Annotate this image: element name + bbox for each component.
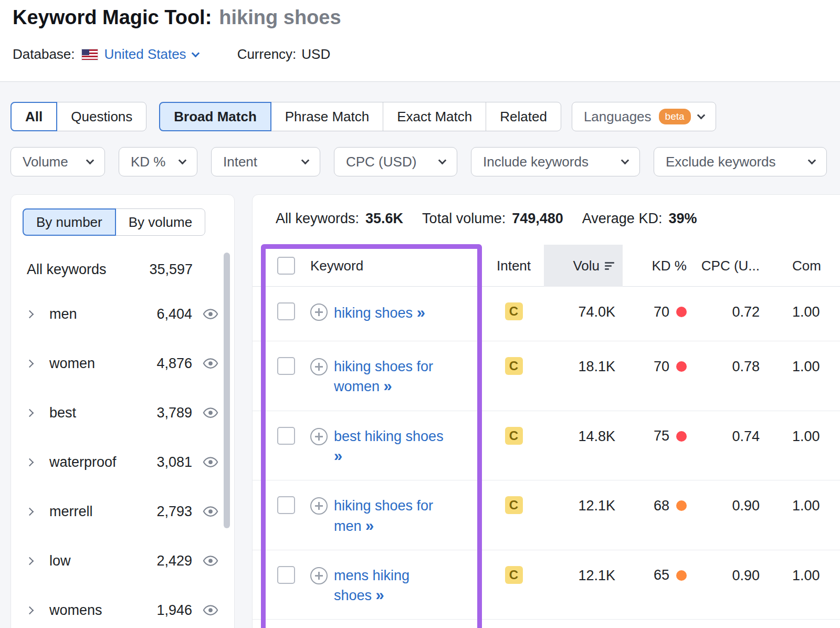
expand-chevron-icon[interactable] [26, 310, 34, 318]
chevron-down-icon [301, 156, 310, 165]
column-header-cpc[interactable]: CPC (U... [691, 258, 767, 274]
select-all-checkbox[interactable] [277, 257, 295, 275]
eye-icon[interactable] [203, 407, 218, 418]
tab-phrase-match[interactable]: Phrase Match [271, 102, 383, 131]
eye-icon[interactable] [203, 309, 218, 319]
tab-questions[interactable]: Questions [57, 102, 146, 131]
expand-chevron-icon[interactable] [26, 409, 34, 417]
group-count: 1,946 [156, 602, 192, 619]
filter-intent[interactable]: Intent [211, 147, 320, 176]
filters-bar: Volume KD % Intent CPC (USD) Include key… [10, 147, 827, 176]
all-keywords-row[interactable]: All keywords 35,597 [11, 249, 234, 289]
group-label: best [49, 405, 156, 421]
group-count: 6,404 [156, 306, 192, 322]
double-chevron-icon[interactable]: » [417, 304, 425, 321]
match-type-tabs: All Questions Broad Match Phrase Match E… [10, 102, 716, 131]
column-header-com[interactable]: Com [767, 258, 840, 274]
row-checkbox[interactable] [277, 566, 295, 584]
filter-intent-label: Intent [223, 154, 257, 170]
filter-include-label: Include keywords [483, 154, 589, 170]
filter-cpc[interactable]: CPC (USD) [334, 147, 457, 176]
keyword-group-row-waterproof[interactable]: waterproof 3,081 [11, 437, 234, 487]
keyword-group-row-best[interactable]: best 3,789 [11, 388, 234, 437]
eye-icon[interactable] [203, 556, 218, 566]
column-header-kd[interactable]: KD % [623, 258, 691, 274]
filter-include-keywords[interactable]: Include keywords [471, 147, 640, 176]
double-chevron-icon[interactable]: » [334, 447, 342, 464]
filter-volume[interactable]: Volume [10, 147, 105, 176]
tab-related[interactable]: Related [486, 102, 561, 131]
eye-icon[interactable] [203, 605, 218, 615]
all-keywords-count: 35,597 [149, 261, 193, 278]
intent-badge-commercial: C [505, 357, 523, 375]
filter-kd-label: KD % [131, 154, 165, 170]
plus-circle-icon[interactable] [310, 303, 328, 321]
volume-header-label: Volu [573, 258, 600, 274]
plus-circle-icon[interactable] [310, 358, 328, 375]
kd-difficulty-dot [676, 361, 687, 372]
keyword-group-row-womens[interactable]: womens 1,946 [11, 585, 234, 628]
languages-dropdown[interactable]: Languages beta [572, 102, 716, 131]
keyword-link[interactable]: best hiking shoes [334, 428, 444, 444]
sidebar-scrollbar[interactable] [224, 253, 230, 528]
filter-kd[interactable]: KD % [119, 147, 197, 176]
column-header-volume[interactable]: Volu [544, 245, 623, 287]
keyword-group-row-merrell[interactable]: merrell 2,793 [11, 487, 234, 536]
expand-chevron-icon[interactable] [26, 606, 34, 614]
kd-value: 75 [654, 428, 669, 444]
row-checkbox[interactable] [277, 427, 295, 445]
expand-chevron-icon[interactable] [26, 507, 34, 516]
filter-exclude-keywords[interactable]: Exclude keywords [654, 147, 827, 176]
row-checkbox[interactable] [277, 302, 295, 320]
summary-all-keywords-label: All keywords: [276, 211, 359, 227]
volume-value: 12.1K [544, 566, 623, 585]
chevron-down-icon [621, 156, 629, 165]
toggle-by-number[interactable]: By number [23, 208, 116, 236]
row-checkbox[interactable] [277, 496, 295, 514]
keyword-link[interactable]: hiking shoes [334, 305, 413, 321]
expand-chevron-icon[interactable] [26, 458, 34, 466]
table-row: hiking shoes for men » C 12.1K 68 0.90 1… [253, 480, 840, 550]
double-chevron-icon[interactable]: » [384, 378, 392, 394]
keyword-group-row-men[interactable]: men 6,404 [11, 289, 234, 339]
eye-icon[interactable] [203, 506, 218, 517]
eye-icon[interactable] [203, 457, 218, 467]
group-label: womens [49, 602, 156, 619]
plus-circle-icon[interactable] [310, 497, 328, 515]
keyword-link[interactable]: hiking shoes for men [334, 498, 433, 533]
beta-badge: beta [659, 109, 691, 124]
toggle-by-volume[interactable]: By volume [116, 208, 205, 236]
filter-cpc-label: CPC (USD) [346, 154, 416, 170]
kd-difficulty-dot [676, 431, 687, 442]
table-row: hiking shoes for women » C 18.1K 70 0.78… [253, 341, 840, 411]
group-count: 4,876 [156, 355, 192, 372]
double-chevron-icon[interactable]: » [365, 517, 374, 534]
group-count: 3,789 [156, 405, 192, 421]
keyword-group-row-women[interactable]: women 4,876 [11, 339, 234, 388]
kd-difficulty-dot [676, 500, 687, 511]
keyword-group-row-low[interactable]: low 2,429 [11, 536, 234, 585]
tab-exact-match[interactable]: Exact Match [383, 102, 486, 131]
tab-all[interactable]: All [10, 102, 57, 131]
table-row: hiking shoes » C 74.0K 70 0.72 1.00 [253, 287, 840, 341]
keywords-table-panel: All keywords: 35.6K Total volume: 749,48… [252, 194, 840, 628]
double-chevron-icon[interactable]: » [376, 587, 384, 603]
com-value: 1.00 [767, 566, 840, 585]
eye-icon[interactable] [203, 358, 218, 369]
summary-average-kd-label: Average KD: [582, 211, 663, 227]
expand-chevron-icon[interactable] [26, 359, 34, 368]
tab-broad-match[interactable]: Broad Match [159, 102, 271, 131]
database-selector[interactable]: United States [104, 46, 198, 62]
plus-circle-icon[interactable] [310, 567, 328, 584]
currency-info: Currency: USD [237, 46, 331, 62]
com-value: 1.00 [767, 302, 840, 321]
row-checkbox[interactable] [277, 357, 295, 375]
filter-volume-label: Volume [23, 154, 68, 170]
kd-value: 70 [654, 304, 669, 320]
search-query: hiking shoes [219, 6, 341, 29]
keyword-link[interactable]: mens hiking shoes [334, 568, 410, 603]
expand-chevron-icon[interactable] [26, 557, 34, 565]
kd-difficulty-dot [676, 570, 687, 581]
kd-difficulty-dot [676, 307, 687, 317]
plus-circle-icon[interactable] [310, 428, 328, 445]
